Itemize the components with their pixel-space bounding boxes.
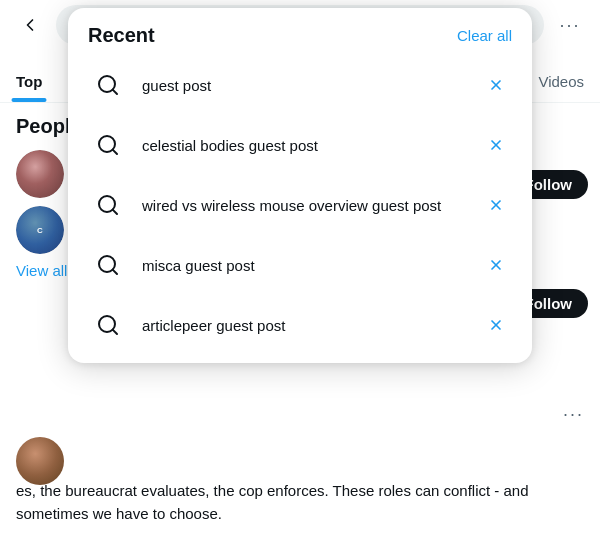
dropdown-header: Recent Clear all — [68, 8, 532, 55]
remove-button-4[interactable] — [480, 249, 512, 281]
remove-button-5[interactable] — [480, 309, 512, 341]
recent-search-icon-1 — [88, 65, 128, 105]
tab-top[interactable]: Top — [0, 61, 58, 102]
close-icon-1 — [488, 77, 504, 93]
recent-text-5: articlepeer guest post — [142, 317, 466, 334]
tab-videos[interactable]: Videos — [522, 61, 600, 102]
recent-dropdown: Recent Clear all guest post celestial bo… — [68, 8, 532, 363]
svg-line-15 — [113, 270, 117, 274]
recent-title: Recent — [88, 24, 155, 47]
tweet-more-button[interactable]: ··· — [563, 404, 584, 425]
avatar-1 — [16, 150, 64, 198]
recent-text-1: guest post — [142, 77, 466, 94]
tweet-more-icon: ··· — [563, 404, 584, 424]
clear-all-button[interactable]: Clear all — [457, 27, 512, 44]
recent-item-2[interactable]: celestial bodies guest post — [68, 115, 532, 175]
more-button[interactable]: ··· — [552, 7, 588, 43]
remove-button-2[interactable] — [480, 129, 512, 161]
close-icon-4 — [488, 257, 504, 273]
close-icon-5 — [488, 317, 504, 333]
recent-search-icon-2 — [88, 125, 128, 165]
remove-button-3[interactable] — [480, 189, 512, 221]
recent-item-1[interactable]: guest post — [68, 55, 532, 115]
avatar-2: C — [16, 206, 64, 254]
remove-button-1[interactable] — [480, 69, 512, 101]
recent-item-5[interactable]: articlepeer guest post — [68, 295, 532, 355]
back-icon — [20, 15, 40, 35]
close-icon-3 — [488, 197, 504, 213]
recent-text-4: misca guest post — [142, 257, 466, 274]
recent-search-icon-3 — [88, 185, 128, 225]
back-button[interactable] — [12, 7, 48, 43]
recent-search-icon-5 — [88, 305, 128, 345]
more-icon: ··· — [559, 15, 580, 36]
recent-text-3: wired vs wireless mouse overview guest p… — [142, 197, 466, 214]
recent-text-2: celestial bodies guest post — [142, 137, 466, 154]
tweet-text: es, the bureaucrat evaluates, the cop en… — [16, 480, 584, 525]
svg-line-19 — [113, 330, 117, 334]
svg-line-7 — [113, 150, 117, 154]
close-icon-2 — [488, 137, 504, 153]
recent-item-3[interactable]: wired vs wireless mouse overview guest p… — [68, 175, 532, 235]
recent-item-4[interactable]: misca guest post — [68, 235, 532, 295]
svg-line-11 — [113, 210, 117, 214]
svg-line-3 — [113, 90, 117, 94]
bottom-avatar — [16, 437, 64, 485]
recent-search-icon-4 — [88, 245, 128, 285]
